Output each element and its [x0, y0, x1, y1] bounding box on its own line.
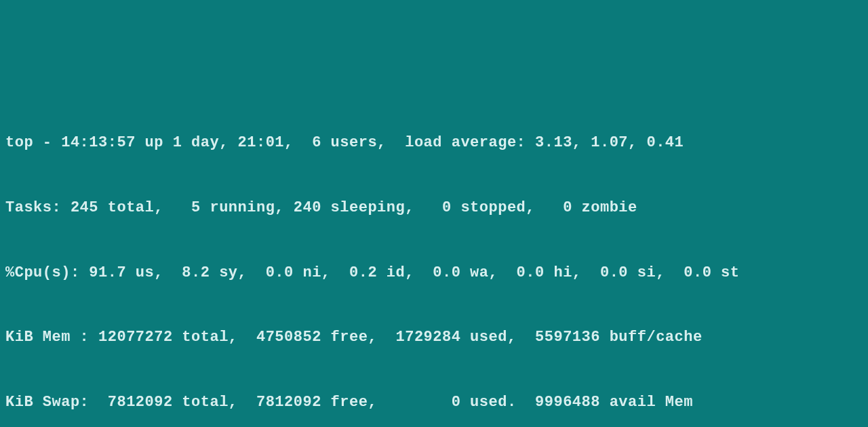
summary-uptime: top - 14:13:57 up 1 day, 21:01, 6 users,… [5, 132, 863, 154]
top-summary: top - 14:13:57 up 1 day, 21:01, 6 users,… [5, 89, 863, 427]
summary-swap: KiB Swap: 7812092 total, 7812092 free, 0… [5, 392, 863, 413]
summary-cpu: %Cpu(s): 91.7 us, 8.2 sy, 0.0 ni, 0.2 id… [5, 262, 863, 284]
summary-mem: KiB Mem : 12077272 total, 4750852 free, … [5, 327, 863, 348]
summary-tasks: Tasks: 245 total, 5 running, 240 sleepin… [5, 197, 863, 219]
